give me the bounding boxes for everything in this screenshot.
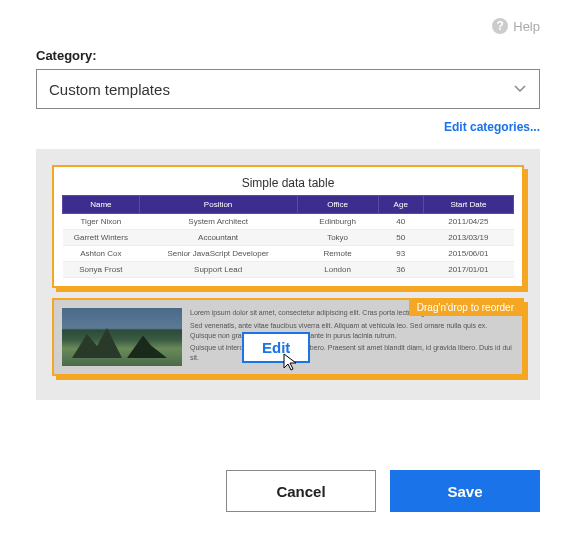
save-button[interactable]: Save bbox=[390, 470, 540, 512]
table-row: Ashton CoxSenior JavaScript DeveloperRem… bbox=[63, 246, 514, 262]
chevron-down-icon bbox=[513, 82, 527, 96]
help-icon: ? bbox=[492, 18, 508, 34]
templates-list: Simple data table Name Position Office A… bbox=[36, 149, 540, 400]
template-card[interactable]: Simple data table Name Position Office A… bbox=[52, 165, 524, 288]
edit-button[interactable]: Edit bbox=[242, 332, 310, 363]
template-description: Lorem ipsum dolor sit amet, consectetur … bbox=[190, 308, 514, 366]
template-thumbnail bbox=[62, 308, 182, 366]
template-title: Simple data table bbox=[62, 173, 514, 195]
cursor-icon bbox=[282, 352, 300, 376]
cancel-button[interactable]: Cancel bbox=[226, 470, 376, 512]
table-row: Sonya FrostSupport LeadLondon362017/01/0… bbox=[63, 262, 514, 278]
category-selected-value: Custom templates bbox=[49, 81, 170, 98]
help-label: Help bbox=[513, 19, 540, 34]
data-table-preview: Name Position Office Age Start Date Tige… bbox=[62, 195, 514, 278]
edit-categories-link[interactable]: Edit categories... bbox=[444, 120, 540, 134]
help-link[interactable]: ? Help bbox=[492, 18, 540, 34]
reorder-hint: Drag'n'drop to reorder bbox=[409, 300, 522, 316]
category-label: Category: bbox=[36, 48, 540, 63]
category-select[interactable]: Custom templates bbox=[36, 69, 540, 109]
template-card[interactable]: Drag'n'drop to reorder Lorem ipsum dolor… bbox=[52, 298, 524, 376]
table-row: Tiger NixonSystem ArchitectEdinburgh4020… bbox=[63, 214, 514, 230]
table-row: Garrett WintersAccountantTokyo502013/03/… bbox=[63, 230, 514, 246]
